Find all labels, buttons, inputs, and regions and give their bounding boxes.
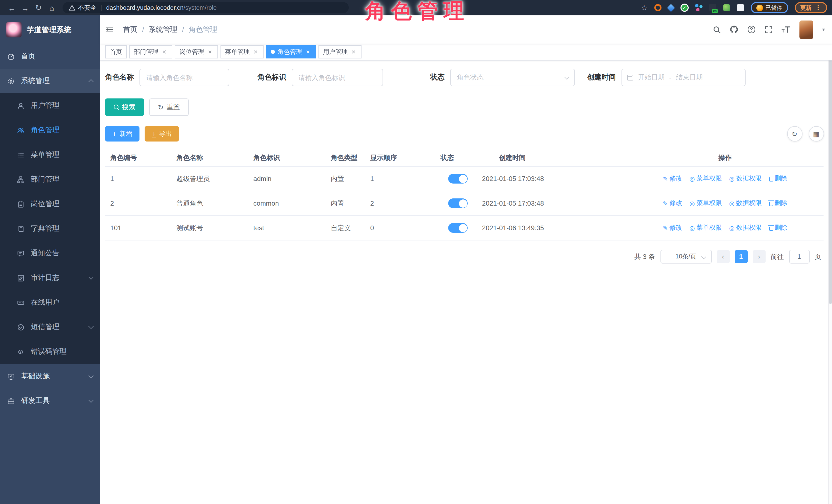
add-role-button[interactable]: + 新增 (105, 126, 139, 141)
sidebar-item-menus[interactable]: 菜单管理 (0, 142, 100, 167)
delete-role-link[interactable]: 删除 (769, 223, 787, 232)
browser-reload-icon[interactable]: ↻ (32, 3, 45, 12)
sidebar-item-posts[interactable]: 岗位管理 (0, 192, 100, 216)
data-permission-link[interactable]: ◎数据权限 (729, 199, 762, 208)
page-1-button[interactable]: 1 (734, 250, 747, 263)
browser-forward-icon[interactable]: → (19, 3, 32, 12)
extension-icon[interactable]: ✓ (680, 4, 688, 12)
next-page-button[interactable]: › (753, 250, 765, 263)
chrome-update-button[interactable]: 更新 ⋮ (795, 2, 827, 13)
data-permission-link[interactable]: ◎数据权限 (729, 223, 762, 232)
tab-roles[interactable]: 角色管理✕ (266, 45, 316, 58)
prev-page-button[interactable]: ‹ (717, 250, 729, 263)
reset-button[interactable]: ↻ 重置 (149, 99, 189, 116)
refresh-table-button[interactable]: ↻ (787, 126, 802, 141)
menu-permission-link[interactable]: ◎菜单权限 (690, 199, 722, 208)
address-bar[interactable]: 不安全 | dashboard.yudao.iocoder.cn/system/… (62, 2, 349, 13)
chevron-down-icon (88, 373, 94, 378)
app: 芋道管理系统 首页 系统管理 用户管理 角色管理 (0, 16, 832, 504)
fullscreen-icon[interactable] (765, 25, 773, 33)
tab-departments[interactable]: 部门管理✕ (129, 45, 172, 58)
sidebar-item-system[interactable]: 系统管理 (0, 69, 100, 93)
close-icon[interactable]: ✕ (305, 49, 311, 55)
delete-role-link[interactable]: 删除 (769, 174, 787, 183)
avatar-caret-icon[interactable]: ▾ (822, 27, 825, 32)
close-icon[interactable]: ✕ (252, 49, 259, 55)
page-size-select[interactable]: 10条/页 (660, 250, 711, 264)
role-name-input[interactable] (139, 69, 229, 86)
edit-role-link[interactable]: ✎修改 (663, 223, 682, 232)
browser-menu-icon[interactable]: ⋮ (815, 4, 821, 11)
browser-home-icon[interactable]: ⌂ (45, 3, 58, 12)
close-icon[interactable]: ✕ (207, 49, 213, 55)
table-header-row: 角色编号 角色名称 角色标识 角色类型 显示顺序 状态 创建时间 操作 (105, 149, 824, 166)
sidebar-item-online-users[interactable]: 在线用户 (0, 290, 100, 315)
end-date-placeholder: 结束日期 (676, 73, 703, 82)
close-icon[interactable]: ✕ (161, 49, 168, 55)
menu-permission-link[interactable]: ◎菜单权限 (690, 223, 722, 232)
chevron-up-icon (88, 79, 94, 84)
sidebar-item-label: 基础设施 (21, 372, 50, 381)
profile-paused-pill[interactable]: 已暂停 (751, 2, 788, 13)
tags-view: 首页 部门管理✕ 岗位管理✕ 菜单管理✕ 角色管理✕ 用户管理✕ (100, 44, 832, 60)
breadcrumb-system[interactable]: 系统管理 (149, 25, 177, 34)
sidebar-item-notices[interactable]: 通知公告 (0, 241, 100, 266)
browser-back-icon[interactable]: ← (5, 3, 19, 12)
edit-role-link[interactable]: ✎修改 (663, 174, 682, 183)
extension-icon[interactable] (667, 4, 675, 11)
status-select[interactable]: 角色状态 (450, 69, 575, 86)
cell-role-key: admin (248, 166, 326, 191)
sidebar-item-label: 用户管理 (31, 101, 59, 110)
sidebar-item-roles[interactable]: 角色管理 (0, 118, 100, 142)
search-button[interactable]: 搜索 (105, 99, 144, 116)
edit-icon: ✎ (663, 224, 668, 232)
sidebar-item-devtools[interactable]: 研发工具 (0, 389, 100, 413)
sidebar-item-audit-log[interactable]: 审计日志 (0, 266, 100, 290)
app-logo[interactable]: 芋道管理系统 (0, 16, 100, 44)
sidebar-item-dictionary[interactable]: 字典管理 (0, 216, 100, 241)
breadcrumb-home[interactable]: 首页 (123, 25, 137, 34)
extension-icon[interactable] (695, 4, 702, 11)
help-icon[interactable] (747, 25, 756, 34)
page-scrollbar[interactable] (828, 16, 832, 504)
sidebar-item-infrastructure[interactable]: 基础设施 (0, 364, 100, 389)
create-time-range-picker[interactable]: 开始日期 - 结束日期 (622, 69, 746, 86)
sidebar-item-sms[interactable]: 短信管理 (0, 315, 100, 339)
bookmark-star-icon[interactable]: ☆ (641, 4, 647, 12)
github-icon[interactable] (730, 25, 739, 34)
status-toggle[interactable] (448, 223, 468, 233)
tab-label: 角色管理 (278, 47, 302, 56)
sidebar-item-error-codes[interactable]: 错误码管理 (0, 339, 100, 364)
tab-users[interactable]: 用户管理✕ (318, 45, 362, 58)
role-key-input[interactable] (292, 69, 383, 86)
status-toggle[interactable] (448, 198, 468, 208)
tab-home[interactable]: 首页 (105, 45, 127, 58)
search-actions: 搜索 ↻ 重置 (105, 99, 824, 116)
edit-icon: ✎ (663, 175, 668, 182)
extension-icon[interactable] (654, 4, 661, 11)
status-toggle[interactable] (448, 174, 468, 184)
tab-label: 用户管理 (323, 47, 348, 56)
tab-menus[interactable]: 菜单管理✕ (220, 45, 264, 58)
sidebar-item-users[interactable]: 用户管理 (0, 93, 100, 118)
user-avatar[interactable] (800, 20, 813, 39)
data-permission-link[interactable]: ◎数据权限 (729, 174, 762, 183)
export-button[interactable]: ↓ 导出 (145, 126, 179, 141)
menu-permission-link[interactable]: ◎菜单权限 (690, 174, 722, 183)
font-size-icon[interactable] (782, 26, 791, 33)
column-settings-button[interactable]: ▦ (808, 126, 824, 141)
edit-role-link[interactable]: ✎修改 (663, 199, 682, 208)
tab-posts[interactable]: 岗位管理✕ (175, 45, 218, 58)
sidebar-collapse-icon[interactable] (105, 26, 114, 33)
delete-role-link[interactable]: 删除 (769, 199, 787, 208)
extensions-puzzle-icon[interactable] (737, 4, 744, 11)
circle-check-icon: ◎ (729, 224, 734, 232)
extension-icon[interactable] (723, 4, 730, 11)
tab-label: 菜单管理 (225, 47, 250, 56)
search-icon[interactable] (713, 25, 721, 33)
sidebar-item-departments[interactable]: 部门管理 (0, 167, 100, 192)
extension-icon[interactable]: on (709, 4, 716, 11)
goto-page-input[interactable] (789, 250, 809, 264)
sidebar-item-home[interactable]: 首页 (0, 44, 100, 69)
close-icon[interactable]: ✕ (350, 49, 357, 55)
